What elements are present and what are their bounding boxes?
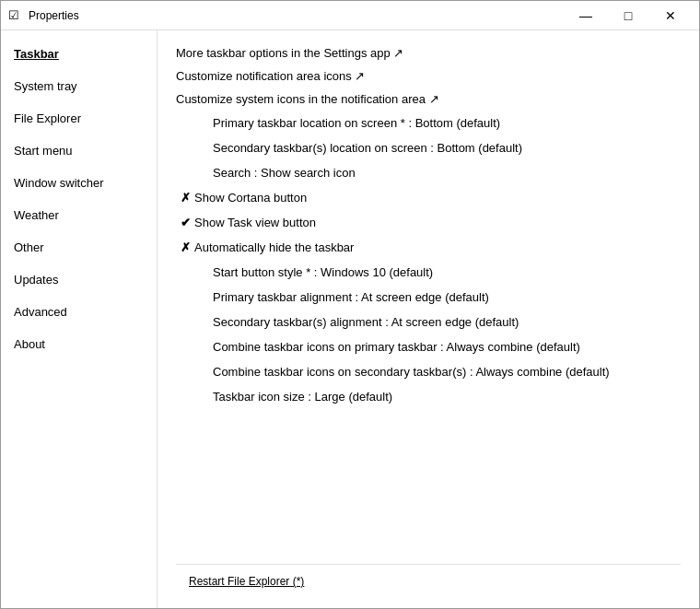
settings-link-label-0: More taskbar options in the Settings app… xyxy=(176,46,403,60)
sidebar: Taskbar System tray File Explorer Start … xyxy=(1,30,158,608)
main-window: ☑ Properties — □ ✕ Taskbar System tray F… xyxy=(0,0,700,609)
sidebar-item-taskbar[interactable]: Taskbar xyxy=(1,38,157,70)
settings-row-autohide[interactable]: ✗ Automatically hide the taskbar xyxy=(176,235,681,260)
close-button[interactable]: ✕ xyxy=(649,4,692,28)
label-2: Search : Show search icon xyxy=(213,166,681,180)
title-bar-controls: — □ ✕ xyxy=(565,4,692,28)
main-panel: More taskbar options in the Settings app… xyxy=(158,30,699,608)
settings-row-secondary-align[interactable]: Secondary taskbar(s) alignment : At scre… xyxy=(176,310,681,334)
label-cortana: Show Cortana button xyxy=(194,191,681,205)
sidebar-item-updates[interactable]: Updates xyxy=(1,264,157,296)
label-taskview: Show Task view button xyxy=(194,216,681,229)
title-bar-left: ☑ Properties xyxy=(8,8,79,23)
label-1: Secondary taskbar(s) location on screen … xyxy=(213,141,681,155)
label-combine-primary: Combine taskbar icons on primary taskbar… xyxy=(213,340,681,354)
bottom-bar: Restart File Explorer (*) xyxy=(176,564,681,597)
settings-row-combine-secondary[interactable]: Combine taskbar icons on secondary taskb… xyxy=(176,359,681,384)
settings-row-combine-primary[interactable]: Combine taskbar icons on primary taskbar… xyxy=(176,334,681,359)
settings-link-1[interactable]: Customize notification area icons ↗ xyxy=(176,64,681,88)
settings-link-0[interactable]: More taskbar options in the Settings app… xyxy=(176,41,681,64)
maximize-button[interactable]: □ xyxy=(607,4,649,28)
window-title: Properties xyxy=(29,9,79,22)
minimize-button[interactable]: — xyxy=(565,4,607,28)
x-icon-autohide: ✗ xyxy=(176,240,194,254)
settings-link-label-1: Customize notification area icons ↗ xyxy=(176,69,365,83)
sidebar-item-window-switcher[interactable]: Window switcher xyxy=(1,167,157,199)
sidebar-item-start-menu[interactable]: Start menu xyxy=(1,135,157,167)
window-icon: ☑ xyxy=(8,8,23,23)
label-icon-size: Taskbar icon size : Large (default) xyxy=(213,390,681,404)
sidebar-item-other[interactable]: Other xyxy=(1,231,157,264)
restart-file-explorer-link[interactable]: Restart File Explorer (*) xyxy=(189,575,304,588)
settings-row-icon-size[interactable]: Taskbar icon size : Large (default) xyxy=(176,384,681,409)
title-bar: ☑ Properties — □ ✕ xyxy=(1,1,699,30)
settings-row-start-style[interactable]: Start button style * : Windows 10 (defau… xyxy=(176,260,681,285)
check-icon-taskview: ✔ xyxy=(176,216,194,229)
label-autohide: Automatically hide the taskbar xyxy=(194,240,681,254)
sidebar-item-system-tray[interactable]: System tray xyxy=(1,70,157,102)
sidebar-item-advanced[interactable]: Advanced xyxy=(1,296,157,328)
label-start-style: Start button style * : Windows 10 (defau… xyxy=(213,265,681,279)
settings-row-1[interactable]: Secondary taskbar(s) location on screen … xyxy=(176,135,681,160)
label-primary-align: Primary taskbar alignment : At screen ed… xyxy=(213,290,681,304)
sidebar-item-weather[interactable]: Weather xyxy=(1,199,157,231)
content-area: Taskbar System tray File Explorer Start … xyxy=(1,30,699,608)
sidebar-item-file-explorer[interactable]: File Explorer xyxy=(1,102,157,135)
settings-row-2[interactable]: Search : Show search icon xyxy=(176,160,681,185)
settings-row-taskview[interactable]: ✔ Show Task view button xyxy=(176,210,681,235)
sidebar-item-about[interactable]: About xyxy=(1,328,157,360)
settings-row-0[interactable]: Primary taskbar location on screen * : B… xyxy=(176,111,681,135)
settings-row-primary-align[interactable]: Primary taskbar alignment : At screen ed… xyxy=(176,285,681,310)
settings-row-cortana[interactable]: ✗ Show Cortana button xyxy=(176,185,681,210)
label-combine-secondary: Combine taskbar icons on secondary taskb… xyxy=(213,365,681,379)
label-secondary-align: Secondary taskbar(s) alignment : At scre… xyxy=(213,315,681,329)
label-0: Primary taskbar location on screen * : B… xyxy=(213,116,681,130)
settings-link-2[interactable]: Customize system icons in the notificati… xyxy=(176,88,681,111)
settings-link-label-2: Customize system icons in the notificati… xyxy=(176,92,439,106)
x-icon-cortana: ✗ xyxy=(176,191,194,205)
main-content: More taskbar options in the Settings app… xyxy=(176,41,681,564)
